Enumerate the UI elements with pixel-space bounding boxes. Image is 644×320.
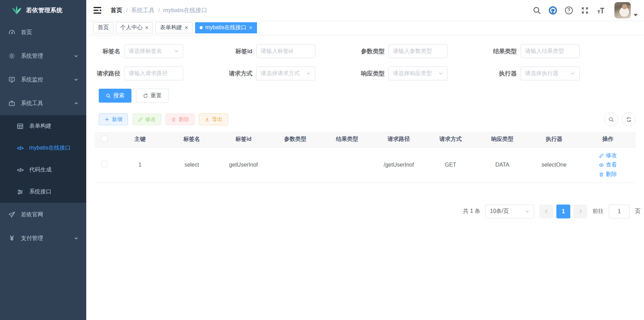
select-placeholder: 请选择标签名: [129, 48, 174, 55]
field-label: 标签id: [227, 47, 256, 55]
edit-button[interactable]: 修改: [132, 113, 161, 125]
sidebar-item-label: 若依官网: [21, 211, 43, 218]
prev-page-button[interactable]: [539, 205, 553, 218]
tab-mybatis-online-api[interactable]: mybatis在线接口 ×: [195, 22, 257, 33]
sidebar-item-payment-management[interactable]: ¥ 支付管理: [0, 226, 86, 250]
sidebar-item-home[interactable]: 首页: [0, 21, 86, 44]
cell-request-path: /getUserInof: [373, 147, 425, 183]
search-button[interactable]: 搜索: [99, 89, 131, 103]
filter-request-path: 请求路径: [95, 66, 187, 80]
breadcrumb-home[interactable]: 首页: [111, 6, 122, 14]
export-button-label: 导出: [212, 116, 223, 123]
font-size-icon[interactable]: [596, 6, 605, 15]
param-type-input[interactable]: [393, 48, 443, 54]
goto-page-input[interactable]: [609, 205, 630, 218]
chevron-right-icon: [578, 209, 583, 214]
sidebar-item-mybatis-online-api[interactable]: </> mybatis在线接口: [0, 137, 86, 159]
yen-icon: ¥: [8, 235, 15, 242]
sidebar-item-form-builder[interactable]: 表单构建: [0, 115, 86, 137]
search-actions: 搜索 重置: [99, 89, 636, 103]
result-type-input[interactable]: [525, 48, 575, 54]
sidebar-item-system-tools[interactable]: 系统工具: [0, 91, 86, 115]
filter-tag-id: 标签id: [227, 44, 319, 58]
dashboard-icon: [8, 29, 15, 36]
page-number-1[interactable]: 1: [556, 205, 570, 218]
close-icon[interactable]: ×: [145, 25, 148, 31]
sidebar-item-official-site[interactable]: 若依官网: [0, 203, 86, 226]
gear-icon: [8, 53, 15, 59]
fullscreen-icon[interactable]: [580, 6, 589, 15]
cell-response-type: DATA: [476, 147, 528, 183]
tag-id-input[interactable]: [261, 48, 311, 54]
download-icon: [204, 117, 210, 122]
help-icon[interactable]: [564, 6, 573, 15]
breadcrumb-current-page: mybatis在线接口: [163, 6, 207, 14]
trash-icon: [599, 172, 604, 177]
select-all-checkbox[interactable]: [101, 136, 107, 142]
chevron-down-icon: [74, 236, 79, 241]
search-icon[interactable]: [532, 6, 541, 15]
field-label: 标签名: [95, 47, 124, 55]
cell-executor: selectOne: [528, 147, 580, 183]
close-icon[interactable]: ×: [185, 25, 188, 31]
request-path-input[interactable]: [129, 70, 179, 77]
next-page-button[interactable]: [573, 205, 587, 218]
delete-button[interactable]: 删除: [166, 113, 195, 125]
sidebar-item-system-api[interactable]: 系统接口: [0, 181, 86, 203]
field-label: 结果类型: [491, 47, 521, 55]
sidebar-item-label: 系统监控: [21, 76, 43, 83]
select-placeholder: 请选择执行器: [525, 70, 570, 77]
sidebar-toggle-icon[interactable]: [93, 7, 102, 14]
row-view-label: 查看: [606, 161, 617, 169]
tab-form-builder[interactable]: 表单构建 ×: [155, 22, 193, 33]
edit-icon: [138, 117, 143, 122]
sidebar-item-system-management[interactable]: 系统管理: [0, 44, 86, 68]
reset-button[interactable]: 重置: [136, 89, 169, 103]
github-icon[interactable]: [548, 6, 557, 15]
executor-select[interactable]: 请选择执行器: [521, 66, 580, 80]
search-icon: [608, 117, 614, 122]
close-icon[interactable]: ×: [249, 25, 252, 31]
user-menu[interactable]: [614, 2, 638, 18]
cell-param-type: [269, 147, 321, 183]
row-edit-link[interactable]: 修改: [599, 152, 617, 159]
avatar[interactable]: [614, 2, 631, 18]
filter-response-type: 响应类型 请选择响应类型: [359, 66, 451, 80]
monitor-icon: [8, 76, 15, 83]
row-view-link[interactable]: 查看: [599, 161, 617, 169]
sidebar-item-label: 系统工具: [21, 100, 43, 107]
sidebar-item-code-generation[interactable]: </> 代码生成: [0, 159, 86, 181]
request-method-select[interactable]: 请选择请求方式: [256, 66, 315, 80]
chevron-down-icon: [525, 209, 530, 214]
sidebar-item-label: 代码生成: [29, 166, 51, 174]
row-checkbox[interactable]: [101, 161, 107, 167]
refresh-table-button[interactable]: [622, 112, 636, 126]
cell-operations: 修改 查看 删除: [580, 147, 636, 183]
eye-icon: [599, 162, 604, 168]
col-response-type: 响应类型: [476, 132, 528, 147]
export-button[interactable]: 导出: [199, 113, 228, 125]
show-search-button[interactable]: [604, 112, 618, 126]
response-type-select[interactable]: 请选择响应类型: [388, 66, 448, 80]
col-result-type: 结果类型: [321, 132, 373, 147]
tab-profile[interactable]: 个人中心 ×: [116, 22, 153, 33]
cell-primary-key: 1: [114, 147, 166, 183]
sidebar-item-system-monitor[interactable]: 系统监控: [0, 68, 86, 91]
page-size-select[interactable]: 10条/页: [485, 205, 534, 218]
active-dot: [200, 26, 203, 29]
col-primary-key: 主键: [114, 132, 166, 147]
pager: 1: [539, 205, 587, 218]
row-delete-label: 删除: [606, 171, 617, 178]
tag-name-select[interactable]: 请选择标签名: [124, 44, 183, 58]
refresh-icon: [143, 93, 148, 98]
top-navbar: 首页 / 系统工具 / mybatis在线接口: [86, 0, 644, 21]
tab-home[interactable]: 首页: [93, 22, 113, 33]
row-delete-link[interactable]: 删除: [599, 171, 617, 178]
add-button[interactable]: 新增: [99, 113, 128, 125]
filter-request-method: 请求方式 请选择请求方式: [227, 66, 319, 80]
reset-button-label: 重置: [151, 92, 162, 99]
code-icon: </>: [17, 167, 24, 174]
app-logo[interactable]: 若依管理系统: [0, 0, 86, 21]
chevron-down-icon: [306, 71, 311, 76]
select-placeholder: 请选择请求方式: [261, 70, 306, 77]
